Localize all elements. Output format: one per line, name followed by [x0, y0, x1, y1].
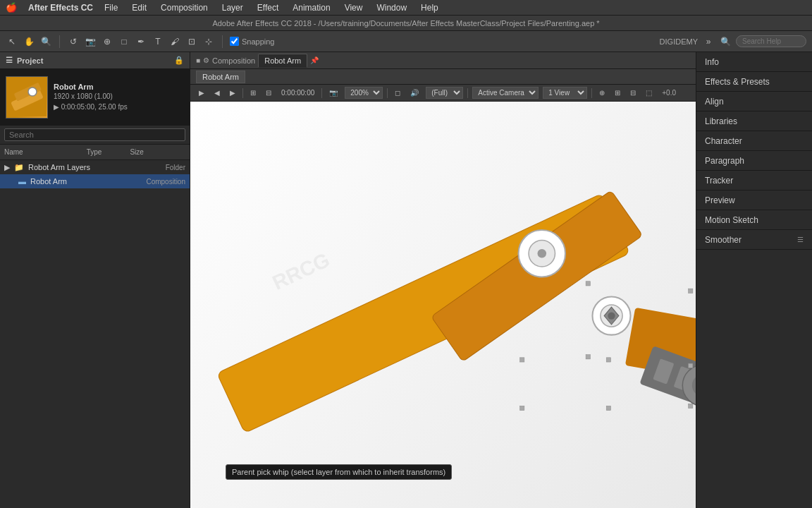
- puppet-tool[interactable]: ⊹: [202, 35, 215, 48]
- vc-sep-1: [242, 88, 243, 98]
- title-bar: Adobe After Effects CC 2018 - /Users/tra…: [0, 16, 812, 31]
- thumb-dimensions: 1920 x 1080 (1.00): [54, 91, 128, 102]
- hand-tool[interactable]: ✋: [23, 35, 35, 48]
- right-motion-sketch[interactable]: Motion Sketch: [696, 210, 812, 230]
- project-search-input[interactable]: [4, 128, 185, 141]
- folder-type: Folder: [166, 164, 185, 171]
- right-character[interactable]: Character: [696, 131, 812, 151]
- comp-type: Composition: [146, 178, 185, 186]
- menu-animation[interactable]: Animation: [290, 1, 333, 14]
- frame-step-fwd[interactable]: ▶: [227, 87, 238, 98]
- camera-select[interactable]: Active Camera: [472, 87, 539, 99]
- menu-help[interactable]: Help: [418, 1, 441, 14]
- app-name: After Effects CC: [28, 3, 93, 13]
- text-tool[interactable]: T: [152, 35, 164, 48]
- selection-tool[interactable]: ↖: [6, 35, 18, 48]
- center-panel: ■ ⚙ Composition Robot Arm 📌 Robot Arm ▶ …: [190, 52, 696, 508]
- alpha-icon[interactable]: ◻: [392, 87, 403, 98]
- 3d-icon[interactable]: ⬚: [643, 87, 655, 98]
- search-input[interactable]: [736, 35, 806, 47]
- menu-bar: 🍎 After Effects CC File Edit Composition…: [0, 0, 812, 16]
- thumb-comp-name: Robot Arm: [54, 83, 128, 91]
- view-select[interactable]: 1 View 2 Views 4 Views: [543, 87, 587, 99]
- project-comp-row[interactable]: ▬ Robot Arm Composition: [0, 174, 190, 188]
- camera-tool[interactable]: 📷: [84, 35, 97, 48]
- right-preview[interactable]: Preview: [696, 190, 812, 210]
- clone-tool[interactable]: ⊡: [185, 35, 198, 48]
- svg-rect-28: [689, 363, 693, 368]
- folder-expand-icon[interactable]: ▶: [4, 163, 10, 172]
- motion-sketch-label: Motion Sketch: [705, 215, 758, 225]
- menu-edit[interactable]: Edit: [129, 1, 149, 14]
- viewer-content: RRCG 人人素材 RRCG RRCG: [190, 102, 696, 508]
- right-smoother[interactable]: Smoother ☰: [696, 230, 812, 250]
- menu-view[interactable]: View: [342, 1, 366, 14]
- expand-icon[interactable]: »: [702, 35, 715, 48]
- panel-menu-icon[interactable]: ☰: [6, 56, 13, 65]
- svg-rect-26: [689, 289, 693, 293]
- svg-rect-30: [689, 404, 693, 408]
- menu-window[interactable]: Window: [374, 1, 410, 14]
- project-lock-icon[interactable]: 🔒: [174, 56, 184, 65]
- anchor-tool[interactable]: ⊕: [101, 35, 113, 48]
- cam-icon[interactable]: 📷: [326, 87, 340, 98]
- mute-icon[interactable]: 🔊: [407, 87, 422, 98]
- right-effects-presets[interactable]: Effects & Presets: [696, 72, 812, 92]
- project-search-area: [0, 126, 190, 145]
- project-files-header: Name Type Size: [0, 145, 190, 160]
- comp-tab-pin-icon[interactable]: 📌: [310, 56, 319, 64]
- smoother-more-icon[interactable]: ☰: [797, 236, 804, 243]
- brush-tool[interactable]: 🖌: [168, 35, 181, 48]
- zoom-select[interactable]: 200% 100% 50%: [345, 87, 383, 99]
- comp-lock-icon: ■: [196, 56, 200, 64]
- project-folder-row[interactable]: ▶ 📁 Robot Arm Layers Folder: [0, 160, 190, 174]
- right-libraries[interactable]: Libraries: [696, 111, 812, 131]
- project-title: Project: [17, 56, 43, 65]
- menu-composition[interactable]: Composition: [158, 1, 211, 14]
- thumb-details: Robot Arm 1920 x 1080 (1.00) ▶ 0:00:05:0…: [54, 83, 128, 112]
- folder-name: Robot Arm Layers: [28, 163, 161, 171]
- resolution-icon[interactable]: ⊞: [247, 87, 259, 98]
- rotation-tool[interactable]: ↺: [67, 35, 80, 48]
- grid-icon[interactable]: ⊟: [263, 87, 274, 98]
- comp-tab-robot-arm[interactable]: Robot Arm: [258, 54, 307, 68]
- time-display[interactable]: 0:00:00:00: [278, 87, 317, 98]
- right-info[interactable]: Info: [696, 52, 812, 72]
- thumb-duration: ▶ 0:00:05:00, 25.00 fps: [54, 102, 128, 112]
- align-label: Align: [705, 97, 724, 107]
- transparency-icon[interactable]: ⊟: [627, 87, 639, 98]
- search-icon[interactable]: 🔍: [719, 35, 732, 48]
- play-button[interactable]: ▶: [196, 87, 207, 98]
- right-paragraph[interactable]: Paragraph: [696, 151, 812, 171]
- tooltip-text: Parent pick whip (select layer from whic…: [232, 468, 445, 476]
- menu-layer[interactable]: Layer: [219, 1, 246, 14]
- main-layout: ☰ Project 🔒 Robot Arm 1920 x 1080 (1.00)…: [0, 52, 812, 508]
- comp-settings-icon[interactable]: ⚙: [203, 56, 209, 64]
- robot-arm-canvas[interactable]: RRCG 人人素材 RRCG RRCG: [190, 102, 696, 508]
- quality-select[interactable]: (Full) (Half): [426, 87, 463, 99]
- menu-file[interactable]: File: [102, 1, 121, 14]
- svg-rect-33: [606, 406, 610, 410]
- toolbar-separator-1: [59, 35, 60, 48]
- vc-sep-5: [591, 88, 592, 98]
- shape-tool[interactable]: □: [118, 35, 130, 48]
- right-align[interactable]: Align: [696, 92, 812, 111]
- right-panel: Info Effects & Presets Align Libraries C…: [696, 52, 812, 508]
- grid-toggle-icon[interactable]: ⊞: [612, 87, 623, 98]
- viewer-tab[interactable]: Robot Arm: [196, 71, 245, 83]
- zoom-tool[interactable]: 🔍: [39, 35, 52, 48]
- info-label: Info: [705, 57, 719, 67]
- comp-name: Robot Arm: [30, 177, 142, 186]
- svg-rect-27: [586, 355, 590, 359]
- viewer-controls: ▶ ◀ ▶ ⊞ ⊟ 0:00:00:00 📷 200% 100% 50% ◻ 🔊…: [190, 85, 696, 102]
- region-icon[interactable]: ⊕: [596, 87, 608, 98]
- snapping-checkbox[interactable]: [230, 37, 239, 46]
- character-label: Character: [705, 136, 742, 146]
- viewer: RRCG 人人素材 RRCG RRCG: [190, 102, 696, 508]
- menu-effect[interactable]: Effect: [254, 1, 281, 14]
- viewer-tab-row: Robot Arm: [190, 69, 696, 85]
- pen-tool[interactable]: ✒: [135, 35, 147, 48]
- right-tracker[interactable]: Tracker: [696, 171, 812, 190]
- frame-step-back[interactable]: ◀: [211, 87, 223, 98]
- apple-menu[interactable]: 🍎: [6, 2, 17, 13]
